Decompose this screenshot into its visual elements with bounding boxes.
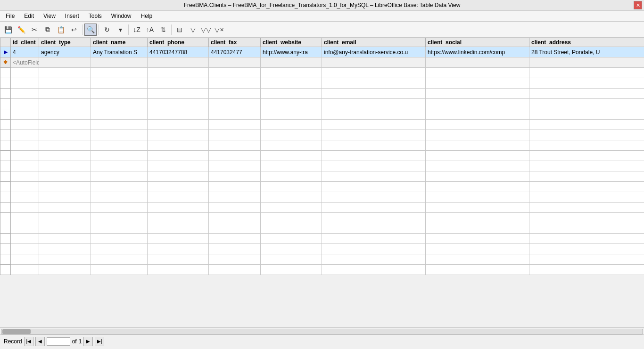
refresh-button[interactable]: ↻ bbox=[101, 24, 113, 36]
toolbar: 💾✏️✂⧉📋↩🔍↻▾↓Z↑A⇅⊟▽▽▽▽× bbox=[0, 22, 644, 38]
cell-1-client_name bbox=[91, 57, 148, 68]
cell-0-client_social: https://www.linkedin.com/comp bbox=[426, 47, 529, 57]
scrollbar-area[interactable] bbox=[0, 328, 644, 334]
row-marker-0: ▶ bbox=[0, 47, 11, 57]
filter-button[interactable]: ⊟ bbox=[173, 24, 186, 36]
empty-row bbox=[0, 151, 644, 161]
table-body: ▶4agencyAny Translation S441703247788441… bbox=[0, 47, 644, 275]
menu-item-insert[interactable]: Insert bbox=[61, 12, 83, 20]
undo-button[interactable]: ↩ bbox=[68, 24, 80, 36]
menu-item-tools[interactable]: Tools bbox=[85, 12, 106, 20]
nav-first-button[interactable]: |◀ bbox=[24, 337, 33, 346]
col-header-client_fax[interactable]: client_fax bbox=[209, 38, 261, 47]
cell-1-client_type bbox=[39, 57, 91, 68]
menu-item-edit[interactable]: Edit bbox=[20, 12, 38, 20]
cell-0-client_address: 28 Trout Street, Pondale, U bbox=[529, 47, 644, 57]
empty-row bbox=[0, 89, 644, 99]
cell-1-client_social bbox=[426, 57, 529, 68]
col-header-client_name[interactable]: client_name bbox=[91, 38, 148, 47]
col-header-marker[interactable] bbox=[0, 38, 11, 47]
empty-row bbox=[0, 130, 644, 140]
copy-button[interactable]: ⧉ bbox=[41, 24, 54, 36]
status-bar: Record |◀ ◀ 1 of 1 ▶ ▶| bbox=[0, 334, 644, 348]
filter-adv-button[interactable]: ▽▽ bbox=[200, 24, 212, 36]
toolbar-separator bbox=[99, 24, 99, 35]
col-header-client_type[interactable]: client_type bbox=[39, 38, 91, 47]
nav-next-button[interactable]: ▶ bbox=[83, 337, 93, 346]
horizontal-scrollbar[interactable] bbox=[1, 329, 643, 334]
empty-row bbox=[0, 223, 644, 234]
menu-item-help[interactable]: Help bbox=[137, 12, 157, 20]
menu-item-view[interactable]: View bbox=[40, 12, 59, 20]
sort-asc-button[interactable]: ↓Z bbox=[131, 24, 143, 36]
empty-row bbox=[0, 68, 644, 78]
cell-1-id_client: <AutoField> bbox=[11, 57, 39, 68]
menu-item-window[interactable]: Window bbox=[107, 12, 135, 20]
edit-button[interactable]: ✏️ bbox=[15, 24, 27, 36]
empty-row bbox=[0, 109, 644, 120]
paste-button[interactable]: 📋 bbox=[55, 24, 67, 36]
cell-1-client_phone bbox=[148, 57, 209, 68]
empty-row bbox=[0, 203, 644, 213]
window-title: FreeBMA.Clients – FreeBMA_for_Freelance_… bbox=[184, 2, 461, 8]
empty-row bbox=[0, 78, 644, 89]
scrollbar-thumb[interactable] bbox=[2, 329, 31, 334]
cell-1-client_website bbox=[261, 57, 322, 68]
cell-0-client_website: http://www.any-tra bbox=[261, 47, 322, 57]
cell-0-client_name: Any Translation S bbox=[91, 47, 148, 57]
title-bar: FreeBMA.Clients – FreeBMA_for_Freelance_… bbox=[0, 0, 644, 11]
cell-0-client_phone: 441703247788 bbox=[148, 47, 209, 57]
table-row[interactable]: ▶4agencyAny Translation S441703247788441… bbox=[0, 47, 644, 57]
cut-button[interactable]: ✂ bbox=[28, 24, 41, 36]
toolbar-separator bbox=[128, 24, 129, 35]
toolbar-separator bbox=[82, 24, 83, 35]
col-header-client_address[interactable]: client_address bbox=[529, 38, 644, 47]
cell-0-client_type: agency bbox=[39, 47, 91, 57]
empty-row bbox=[0, 99, 644, 109]
col-header-client_email[interactable]: client_email bbox=[322, 38, 426, 47]
refresh-dropdown-button[interactable]: ▾ bbox=[114, 24, 126, 36]
table-header: id_clientclient_typeclient_nameclient_ph… bbox=[0, 38, 644, 47]
nav-prev-button[interactable]: ◀ bbox=[35, 337, 45, 346]
auto-sort-button[interactable]: ⇅ bbox=[157, 24, 169, 36]
empty-row bbox=[0, 254, 644, 265]
empty-row bbox=[0, 161, 644, 171]
col-header-client_phone[interactable]: client_phone bbox=[148, 38, 209, 47]
col-header-id_client[interactable]: id_client bbox=[11, 38, 39, 47]
cell-1-client_fax bbox=[209, 57, 261, 68]
cell-0-id_client: 4 bbox=[11, 47, 39, 57]
empty-row bbox=[0, 234, 644, 244]
empty-row bbox=[0, 213, 644, 223]
cell-0-client_fax: 4417032477 bbox=[209, 47, 261, 57]
find-button[interactable]: 🔍 bbox=[84, 24, 97, 36]
empty-row bbox=[0, 244, 644, 254]
col-header-client_social[interactable]: client_social bbox=[426, 38, 529, 47]
empty-row bbox=[0, 265, 644, 275]
of-label: of bbox=[72, 338, 77, 345]
table-row[interactable]: ✱<AutoField> bbox=[0, 57, 644, 68]
row-marker-1: ✱ bbox=[0, 57, 11, 68]
close-button[interactable]: ✕ bbox=[634, 1, 642, 9]
cell-1-client_address bbox=[529, 57, 644, 68]
table-container[interactable]: id_clientclient_typeclient_nameclient_ph… bbox=[0, 38, 644, 328]
record-total: 1 bbox=[79, 338, 82, 345]
data-table: id_clientclient_typeclient_nameclient_ph… bbox=[0, 38, 644, 275]
menu-bar: FileEditViewInsertToolsWindowHelp bbox=[0, 11, 644, 22]
save-button[interactable]: 💾 bbox=[2, 24, 14, 36]
menu-item-file[interactable]: File bbox=[2, 12, 18, 20]
nav-last-button[interactable]: ▶| bbox=[95, 337, 104, 346]
empty-row bbox=[0, 182, 644, 192]
record-label: Record bbox=[4, 338, 22, 345]
record-number-input[interactable]: 1 bbox=[47, 337, 70, 346]
toolbar-separator bbox=[171, 24, 172, 35]
filter-std-button[interactable]: ▽ bbox=[187, 24, 199, 36]
cell-1-client_email bbox=[322, 57, 426, 68]
cell-0-client_email: info@any-translation-service.co.u bbox=[322, 47, 426, 57]
empty-row bbox=[0, 140, 644, 151]
remove-filter-button[interactable]: ▽× bbox=[213, 24, 225, 36]
empty-row bbox=[0, 171, 644, 182]
empty-row bbox=[0, 192, 644, 203]
sort-desc-button[interactable]: ↑A bbox=[144, 24, 156, 36]
col-header-client_website[interactable]: client_website bbox=[261, 38, 322, 47]
empty-row bbox=[0, 120, 644, 130]
